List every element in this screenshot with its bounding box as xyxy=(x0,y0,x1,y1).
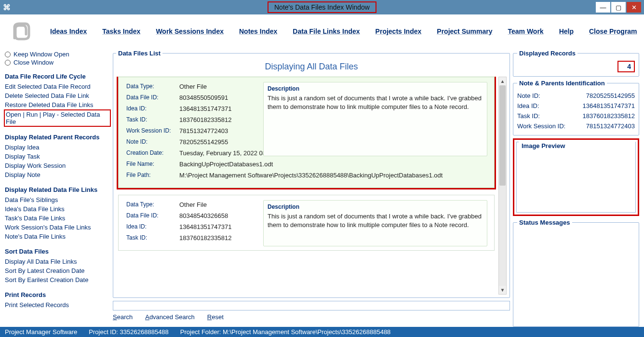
link-sort-latest[interactable]: Sort By Latest Creation Date xyxy=(5,266,110,275)
advanced-search-link[interactable]: Advanced Search xyxy=(145,313,195,321)
heading-lifecycle: Data File Record Life Cycle xyxy=(5,73,110,80)
displayed-records-box: Displayed Records 4 xyxy=(513,50,639,77)
menu-tasks-index[interactable]: Tasks Index xyxy=(102,27,140,35)
identification-legend: Note & Parents Identification xyxy=(517,80,607,87)
scroll-up-button[interactable]: ▲ xyxy=(499,77,506,85)
image-preview-box: Image Preview xyxy=(513,138,639,216)
link-task-links[interactable]: Task's Data File Links xyxy=(5,214,110,223)
label-data-file-id: Data File ID: xyxy=(126,212,179,219)
scroll-track[interactable] xyxy=(499,85,506,286)
description-label: Description xyxy=(268,85,483,92)
description-label: Description xyxy=(268,203,483,210)
link-ws-links[interactable]: Work Session's Data File Links xyxy=(5,223,110,232)
heading-sort: Sort Data Files xyxy=(5,248,110,255)
left-panel: Keep Window Open Close Window Data File … xyxy=(5,50,110,327)
ident-idea-id: 136481351747371 xyxy=(583,102,635,109)
label-note-id: Note ID: xyxy=(126,138,179,145)
label-task-id: Task ID: xyxy=(126,116,179,123)
radio-keep-label: Keep Window Open xyxy=(13,51,69,58)
status-messages-box: Status Messages xyxy=(513,219,639,327)
ident-ws-id-label: Work Session ID: xyxy=(517,122,565,130)
heading-parent-records: Display Related Parent Records xyxy=(5,134,110,141)
displayed-records-legend: Displayed Records xyxy=(517,50,577,57)
data-files-list-legend: Data Files List xyxy=(116,50,162,57)
ident-task-id: 183760182335812 xyxy=(583,112,635,120)
link-sort-earliest[interactable]: Sort By Earilest Creation Date xyxy=(5,275,110,284)
radio-close-window[interactable]: Close Window xyxy=(5,59,110,66)
menubar: Ideas Index Tasks Index Work Sessions In… xyxy=(0,14,644,47)
menu-notes-index[interactable]: Notes Index xyxy=(239,27,277,35)
link-siblings[interactable]: Data File's Siblings xyxy=(5,195,110,204)
data-file-card[interactable]: Data Type: Other File Data File ID: 8034… xyxy=(118,195,495,251)
reset-link[interactable]: Reset xyxy=(207,313,224,321)
ident-idea-id-label: Idea ID: xyxy=(517,102,539,109)
status-project-id: Project ID: 33526268885488 xyxy=(89,328,169,336)
search-link[interactable]: Search xyxy=(113,313,133,321)
description-text: This is just a random set of documents t… xyxy=(268,212,483,229)
paperclip-icon xyxy=(9,21,33,42)
window-title: Note's Data Files Index Window xyxy=(268,1,376,13)
menu-ideas-index[interactable]: Ideas Index xyxy=(50,27,87,35)
app-icon: ⌘ xyxy=(3,3,11,12)
center-panel: Data Files List Displaying All Data File… xyxy=(113,50,510,327)
maximize-button[interactable]: ▢ xyxy=(611,2,626,13)
value-file-name: BackingUpProjectDatabases1.odt xyxy=(179,161,486,168)
radio-keep-window-open[interactable]: Keep Window Open xyxy=(5,51,110,58)
minimize-button[interactable]: — xyxy=(596,2,610,13)
menu-data-file-links-index[interactable]: Data File Links Index xyxy=(293,27,360,35)
link-display-idea[interactable]: Display Idea xyxy=(5,143,110,152)
status-messages-legend: Status Messages xyxy=(517,219,572,226)
link-display-work-session[interactable]: Display Work Session xyxy=(5,161,110,170)
label-idea-id: Idea ID: xyxy=(126,223,179,230)
label-idea-id: Idea ID: xyxy=(126,105,179,112)
description-text: This is just a random set of documents t… xyxy=(268,94,483,111)
label-data-type: Data Type: xyxy=(126,83,179,90)
link-display-note[interactable]: Display Note xyxy=(5,170,110,179)
heading-data-file-links: Display Related Data File Links xyxy=(5,186,110,193)
search-row: Search Advanced Search Reset xyxy=(113,301,510,321)
label-task-id: Task ID: xyxy=(126,234,179,241)
scroll-thumb[interactable] xyxy=(499,85,506,186)
vertical-scrollbar[interactable]: ▲ ▼ xyxy=(498,77,507,295)
label-file-path: File Path: xyxy=(126,172,179,178)
status-project-folder: Project Folder: M:\Project Management So… xyxy=(180,328,391,336)
link-display-task[interactable]: Display Task xyxy=(5,152,110,161)
displayed-records-count: 4 xyxy=(617,61,635,72)
titlebar: ⌘ Note's Data Files Index Window — ▢ ✕ xyxy=(0,0,644,14)
menu-close-program[interactable]: Close Program xyxy=(589,27,637,35)
ident-ws-id: 78151324772403 xyxy=(586,122,635,130)
close-button[interactable]: ✕ xyxy=(627,2,641,13)
image-preview-legend: Image Preview xyxy=(519,141,635,150)
link-display-all[interactable]: Display All Data File Links xyxy=(5,257,110,266)
radio-close-label: Close Window xyxy=(13,59,54,66)
data-file-card[interactable]: Data Type: Other File Data File ID: 8034… xyxy=(118,77,495,188)
list-heading: Displaying All Data Files xyxy=(116,62,507,72)
label-file-name: File Name: xyxy=(126,161,179,167)
statusbar: Project Manager Software Project ID: 335… xyxy=(0,327,644,337)
identification-box: Note & Parents Identification Note ID:78… xyxy=(513,80,639,135)
records-list: Data Type: Other File Data File ID: 8034… xyxy=(116,77,496,295)
label-ws-id: Work Session ID: xyxy=(126,127,179,134)
link-edit-selected[interactable]: Edit Selected Data File Record xyxy=(5,82,110,91)
label-creation-date: Creation Date: xyxy=(126,149,179,156)
label-data-file-id: Data File ID: xyxy=(126,94,179,101)
status-app-name: Project Manager Software xyxy=(5,328,77,336)
heading-print: Print Records xyxy=(5,291,110,298)
link-restore-deleted[interactable]: Restore Deleted Data File Links xyxy=(5,100,110,109)
link-open-run-play[interactable]: Open | Run | Play - Selected Data File xyxy=(4,109,111,127)
menu-projects-index[interactable]: Projects Index xyxy=(376,27,422,35)
value-file-path: M:\Project Management Software\Projects\… xyxy=(179,172,486,179)
label-data-type: Data Type: xyxy=(126,201,179,208)
link-note-links[interactable]: Note's Data File Links xyxy=(5,232,110,241)
menu-team-work[interactable]: Team Work xyxy=(508,27,543,35)
link-delete-selected[interactable]: Delete Selected Data File Link xyxy=(5,91,110,100)
link-print-selected[interactable]: Print Selected Records xyxy=(5,300,110,310)
link-idea-links[interactable]: Idea's Data File Links xyxy=(5,204,110,214)
ident-note-id-label: Note ID: xyxy=(517,92,540,99)
search-input[interactable] xyxy=(113,301,510,310)
description-box: Description This is just a random set of… xyxy=(263,82,487,156)
scroll-down-button[interactable]: ▼ xyxy=(499,286,506,294)
menu-help[interactable]: Help xyxy=(559,27,574,35)
menu-work-sessions-index[interactable]: Work Sessions Index xyxy=(156,27,224,35)
menu-project-summary[interactable]: Project Summary xyxy=(437,27,492,35)
